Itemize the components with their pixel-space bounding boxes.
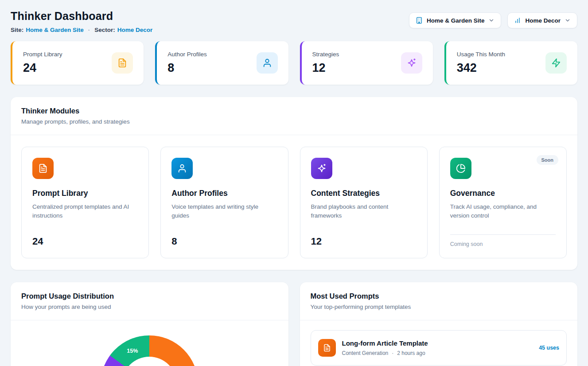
stat-card-author-profiles: Author Profiles 8 xyxy=(155,41,288,85)
module-card-author-profiles[interactable]: Author Profiles Voice templates and writ… xyxy=(160,147,288,258)
stats-row: Prompt Library 24 Author Profiles 8 Stra… xyxy=(11,41,577,85)
module-title: Prompt Library xyxy=(32,189,138,198)
usage-panel-subtitle: How your prompts are being used xyxy=(21,304,278,310)
modules-panel-title: Thinker Modules xyxy=(21,107,567,115)
usage-distribution-panel: Prompt Usage Distribution How your promp… xyxy=(11,282,288,366)
user-icon xyxy=(257,52,278,74)
chevron-down-icon xyxy=(488,17,495,23)
module-count: 12 xyxy=(311,236,417,247)
zap-icon xyxy=(545,52,567,74)
site-label: Site: xyxy=(11,27,23,33)
sparkles-icon xyxy=(401,52,422,74)
modules-grid: Prompt Library Centralized prompt templa… xyxy=(11,135,577,270)
chevron-down-icon xyxy=(565,17,571,23)
prompt-list: Long-form Article Template Content Gener… xyxy=(300,320,578,366)
file-text-icon xyxy=(318,339,336,357)
module-description: Brand playbooks and content frameworks xyxy=(311,202,417,221)
modules-panel-subtitle: Manage prompts, profiles, and strategies xyxy=(21,118,567,125)
stat-text: Usage This Month 342 xyxy=(457,51,505,75)
page-header: Thinker Dashboard Site: Home & Garden Si… xyxy=(11,10,577,33)
stat-label: Strategies xyxy=(312,51,339,58)
prompt-item-uses-badge: 45 uses xyxy=(539,345,559,351)
stat-label: Usage This Month xyxy=(457,51,505,58)
header-actions: Home & Garden Site Home Decor xyxy=(409,12,577,28)
most-used-panel-subtitle: Your top-performing prompt templates xyxy=(311,304,567,310)
module-description: Centralized prompt templates and AI inst… xyxy=(32,202,138,221)
modules-panel-header: Thinker Modules Manage prompts, profiles… xyxy=(11,97,577,135)
bar-chart-icon xyxy=(514,17,521,24)
stat-text: Prompt Library 24 xyxy=(23,51,62,75)
stat-value: 24 xyxy=(23,61,62,75)
stat-label: Prompt Library xyxy=(23,51,62,58)
sector-selector-label: Home Decor xyxy=(525,17,561,24)
breadcrumb-separator: · xyxy=(88,27,90,33)
stat-text: Strategies 12 xyxy=(312,51,339,75)
module-footer: Coming soon xyxy=(450,241,556,247)
module-title: Author Profiles xyxy=(171,189,277,198)
most-used-panel-title: Most Used Prompts xyxy=(311,292,567,300)
chart-area: 15% xyxy=(11,320,288,366)
soon-badge: Soon xyxy=(537,155,559,165)
file-text-icon xyxy=(32,158,54,179)
prompt-item-time: 2 hours ago xyxy=(397,350,425,356)
stat-text: Author Profiles 8 xyxy=(167,51,207,75)
stat-value: 8 xyxy=(167,61,207,75)
thinker-modules-panel: Thinker Modules Manage prompts, profiles… xyxy=(11,97,577,270)
breadcrumb: Site: Home & Garden Site · Sector: Home … xyxy=(11,27,152,33)
module-card-content-strategies[interactable]: Content Strategies Brand playbooks and c… xyxy=(300,147,428,258)
user-icon xyxy=(171,158,193,179)
most-used-panel-header: Most Used Prompts Your top-performing pr… xyxy=(300,282,578,320)
module-card-governance[interactable]: Soon Governance Track AI usage, complian… xyxy=(439,147,567,258)
site-selector-dropdown[interactable]: Home & Garden Site xyxy=(409,12,502,28)
thinker-dashboard-page: Thinker Dashboard Site: Home & Garden Si… xyxy=(0,0,588,366)
stat-value: 342 xyxy=(457,61,505,75)
most-used-prompts-panel: Most Used Prompts Your top-performing pr… xyxy=(300,282,578,366)
bottom-row: Prompt Usage Distribution How your promp… xyxy=(11,282,577,366)
sector-link[interactable]: Home Decor xyxy=(117,27,153,33)
prompt-item-meta-separator: · xyxy=(392,350,393,356)
module-count: 8 xyxy=(171,236,277,247)
header-left: Thinker Dashboard Site: Home & Garden Si… xyxy=(11,10,152,33)
building-icon xyxy=(416,17,423,24)
usage-panel-header: Prompt Usage Distribution How your promp… xyxy=(11,282,288,320)
stat-label: Author Profiles xyxy=(167,51,207,58)
sector-selector-dropdown[interactable]: Home Decor xyxy=(507,12,577,28)
donut-segment-label: 15% xyxy=(127,348,138,354)
file-text-icon xyxy=(112,52,133,74)
usage-panel-title: Prompt Usage Distribution xyxy=(21,292,278,300)
stat-card-strategies: Strategies 12 xyxy=(300,41,433,85)
stat-card-prompt-library: Prompt Library 24 xyxy=(11,41,144,85)
module-description: Track AI usage, compliance, and version … xyxy=(450,202,556,221)
stat-value: 12 xyxy=(312,61,339,75)
module-divider xyxy=(450,234,556,235)
module-title: Content Strategies xyxy=(311,189,417,198)
sparkles-icon xyxy=(311,158,332,179)
pie-chart-icon xyxy=(450,158,471,179)
prompt-item-title: Long-form Article Template xyxy=(342,339,533,347)
prompt-item-main: Long-form Article Template Content Gener… xyxy=(342,339,533,356)
page-title: Thinker Dashboard xyxy=(11,10,152,23)
site-link[interactable]: Home & Garden Site xyxy=(26,27,84,33)
usage-donut-chart: 15% xyxy=(101,335,198,366)
module-description: Voice templates and writing style guides xyxy=(171,202,277,221)
prompt-list-item[interactable]: Long-form Article Template Content Gener… xyxy=(311,330,567,366)
site-selector-label: Home & Garden Site xyxy=(427,17,485,24)
module-title: Governance xyxy=(450,189,556,198)
module-count: 24 xyxy=(32,236,138,247)
prompt-item-meta: Content Generation · 2 hours ago xyxy=(342,350,533,356)
prompt-item-category: Content Generation xyxy=(342,350,389,356)
stat-card-usage: Usage This Month 342 xyxy=(444,41,577,85)
module-card-prompt-library[interactable]: Prompt Library Centralized prompt templa… xyxy=(21,147,149,258)
sector-label: Sector: xyxy=(94,27,115,33)
